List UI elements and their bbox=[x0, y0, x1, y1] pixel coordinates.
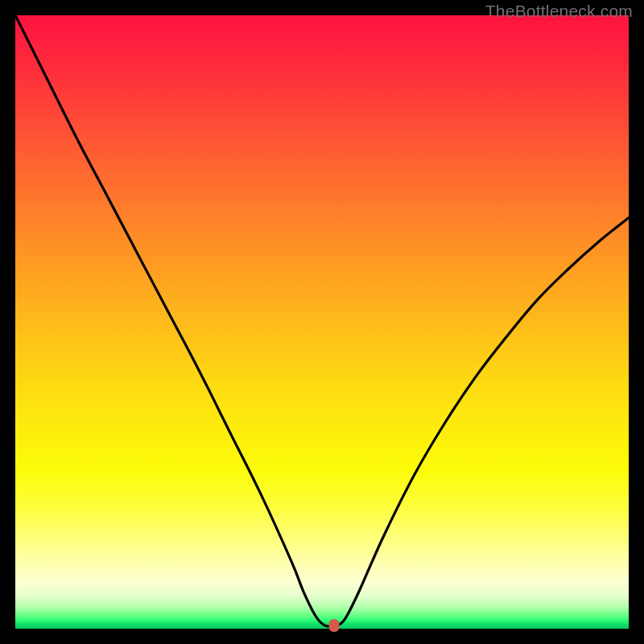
plot-area bbox=[15, 15, 629, 629]
optimum-marker bbox=[329, 619, 340, 632]
chart-frame: TheBottleneck.com bbox=[0, 0, 644, 644]
watermark-text: TheBottleneck.com bbox=[485, 2, 633, 21]
bottleneck-curve bbox=[15, 15, 629, 629]
